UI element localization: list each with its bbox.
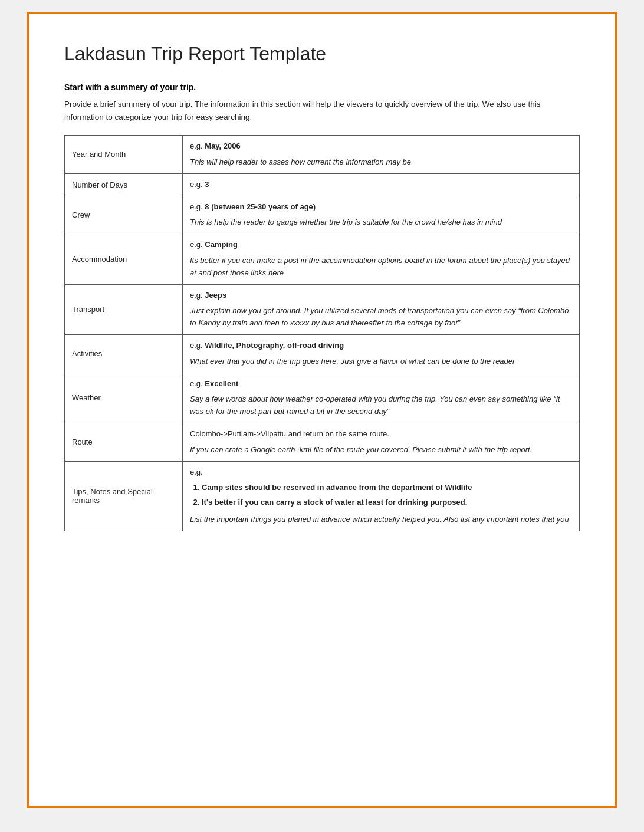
label-weather: Weather — [65, 373, 183, 423]
label-number-of-days: Number of Days — [65, 173, 183, 196]
content-number-of-days: e.g. 3 — [183, 173, 580, 196]
intro-heading: Start with a summery of your trip. — [64, 83, 580, 92]
content-accommodation: e.g. Camping Its better if you can make … — [183, 234, 580, 284]
table-row: Year and Month e.g. May, 2006 This will … — [65, 136, 580, 174]
content-year-month: e.g. May, 2006 This will help reader to … — [183, 136, 580, 174]
intro-text: Provide a brief summery of your trip. Th… — [64, 98, 580, 123]
label-activities: Activities — [65, 334, 183, 373]
label-transport: Transport — [65, 284, 183, 334]
label-accommodation: Accommodation — [65, 234, 183, 284]
label-year-month: Year and Month — [65, 136, 183, 174]
list-item: Camp sites should be reserved in advance… — [202, 482, 572, 494]
content-weather: e.g. Excellent Say a few words about how… — [183, 373, 580, 423]
table-row: Transport e.g. Jeeps Just explain how yo… — [65, 284, 580, 334]
content-tips: e.g. Camp sites should be reserved in ad… — [183, 461, 580, 531]
label-tips: Tips, Notes and Special remarks — [65, 461, 183, 531]
table-row: Crew e.g. 8 (between 25-30 years of age)… — [65, 196, 580, 234]
table-row: Activities e.g. Wildlife, Photography, o… — [65, 334, 580, 373]
content-activities: e.g. Wildlife, Photography, off-road dri… — [183, 334, 580, 373]
summary-table: Year and Month e.g. May, 2006 This will … — [64, 135, 580, 531]
content-crew: e.g. 8 (between 25-30 years of age) This… — [183, 196, 580, 234]
table-row: Route Colombo->Puttlam->Vilpattu and ret… — [65, 423, 580, 461]
list-item: It's better if you can carry a stock of … — [202, 496, 572, 509]
table-row: Accommodation e.g. Camping Its better if… — [65, 234, 580, 284]
content-route: Colombo->Puttlam->Vilpattu and return on… — [183, 423, 580, 461]
table-row: Number of Days e.g. 3 — [65, 173, 580, 196]
label-crew: Crew — [65, 196, 183, 234]
table-row: Tips, Notes and Special remarks e.g. Cam… — [65, 461, 580, 531]
tips-list: Camp sites should be reserved in advance… — [202, 482, 572, 509]
label-route: Route — [65, 423, 183, 461]
content-transport: e.g. Jeeps Just explain how you got arou… — [183, 284, 580, 334]
table-row: Weather e.g. Excellent Say a few words a… — [65, 373, 580, 423]
page-title: Lakdasun Trip Report Template — [64, 43, 580, 65]
page-container: Lakdasun Trip Report Template Start with… — [27, 12, 617, 808]
